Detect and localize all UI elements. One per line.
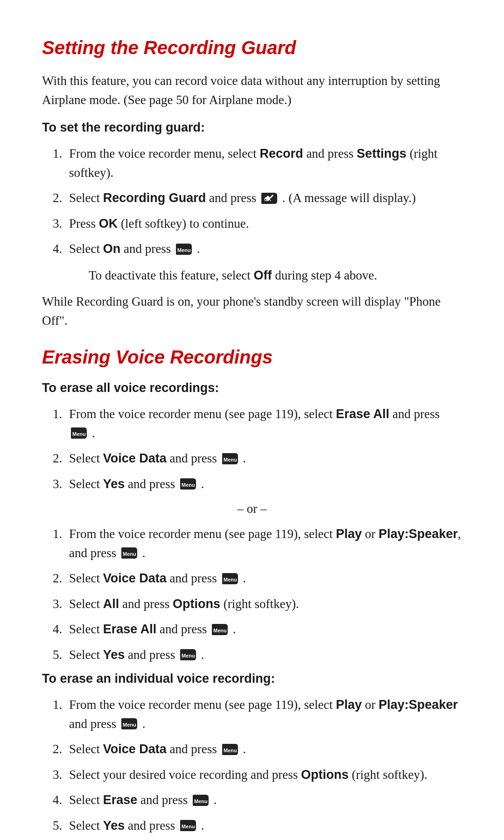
bold-all: All	[103, 597, 119, 611]
list-item: Select On and press Menu .	[65, 239, 462, 259]
list-item: Press OK (left softkey) to continue.	[65, 214, 462, 233]
intro-text: With this feature, you can record voice …	[42, 71, 462, 109]
bold-options-1: Options	[173, 597, 220, 611]
subsection-title-set: To set the recording guard:	[42, 120, 462, 135]
bold-yes-2: Yes	[103, 648, 125, 662]
bold-recording-guard: Recording Guard	[103, 191, 206, 205]
menu-ok-icon-10: Menu	[120, 717, 138, 730]
or-divider: – or –	[42, 502, 462, 516]
svg-text:Menu: Menu	[123, 551, 136, 557]
menu-ok-icon-9: Menu	[179, 648, 197, 661]
list-item: Select Yes and press Menu .	[65, 475, 462, 494]
bold-play-2: Play	[336, 698, 362, 712]
list-item: From the voice recorder menu (see page 1…	[65, 695, 462, 733]
list-item: Select Yes and press Menu .	[65, 645, 462, 665]
bold-yes-1: Yes	[103, 477, 125, 491]
list-item: Select Voice Data and press Menu .	[65, 449, 462, 468]
bold-settings: Settings	[357, 147, 406, 161]
bold-yes-3: Yes	[103, 819, 125, 833]
svg-text:Menu: Menu	[177, 247, 191, 253]
svg-text:OK: OK	[264, 197, 272, 202]
svg-text:Menu: Menu	[182, 653, 195, 658]
svg-text:Menu: Menu	[224, 577, 237, 582]
list-item: From the voice recorder menu (see page 1…	[65, 405, 462, 442]
svg-text:Menu: Menu	[182, 482, 195, 488]
bold-erase-all: Erase All	[336, 407, 390, 421]
menu-ok-icon-7: Menu	[221, 572, 239, 585]
svg-text:Menu: Menu	[213, 628, 227, 633]
bold-voice-data-1: Voice Data	[103, 451, 167, 465]
list-item: Select Yes and press Menu .	[65, 816, 462, 835]
bold-play: Play	[336, 527, 362, 541]
bold-play-speaker: Play:Speaker	[378, 527, 458, 541]
bold-voice-data-2: Voice Data	[103, 571, 167, 585]
erase-all-list-1: From the voice recorder menu (see page 1…	[65, 405, 462, 493]
svg-text:Menu: Menu	[224, 457, 237, 462]
section-title-recording-guard: Setting the Recording Guard	[42, 37, 462, 58]
steps-list-recording: From the voice recorder menu, select Rec…	[65, 144, 462, 259]
bold-record: Record	[260, 147, 303, 161]
menu-ok-icon-3: Menu	[70, 427, 88, 440]
subsection-erase-all: To erase all voice recordings:	[42, 381, 462, 395]
subsection-erase-individual: To erase an individual voice recording:	[42, 672, 462, 686]
list-item: From the voice recorder menu, select Rec…	[65, 144, 462, 182]
bold-on: On	[103, 242, 121, 256]
menu-ok-icon-6: Menu	[120, 546, 138, 560]
list-item: Select Voice Data and press Menu .	[65, 740, 462, 759]
list-item: Select Voice Data and press Menu .	[65, 569, 462, 588]
list-item: Select Erase All and press Menu .	[65, 620, 462, 639]
svg-text:Menu: Menu	[123, 722, 136, 728]
menu-ok-icon-4: Menu	[221, 452, 239, 465]
list-item: Select Recording Guard and press OK . (A…	[65, 189, 462, 208]
list-item: Select your desired voice recording and …	[65, 765, 462, 784]
list-item: Select All and press Options (right soft…	[65, 595, 462, 614]
svg-text:Menu: Menu	[182, 824, 195, 829]
standing-note: While Recording Guard is on, your phone'…	[42, 292, 462, 330]
bold-off: Off	[253, 268, 272, 282]
menu-ok-icon: OK	[260, 192, 278, 205]
menu-ok-icon-13: Menu	[179, 819, 197, 832]
list-item: From the voice recorder menu (see page 1…	[65, 525, 462, 562]
svg-text:Menu: Menu	[72, 431, 86, 437]
list-item: Select Erase and press Menu .	[65, 791, 462, 810]
bold-play-speaker-2: Play:Speaker	[378, 698, 458, 712]
bold-voice-data-3: Voice Data	[103, 742, 167, 756]
bold-erase: Erase	[103, 793, 138, 807]
menu-ok-icon-8: Menu	[211, 623, 229, 636]
menu-ok-icon-5: Menu	[179, 477, 197, 490]
erase-individual-list: From the voice recorder menu (see page 1…	[65, 695, 462, 835]
bold-options-2: Options	[301, 768, 349, 782]
section-title-erasing: Erasing Voice Recordings	[42, 347, 462, 368]
erase-all-list-2: From the voice recorder menu (see page 1…	[65, 525, 462, 664]
menu-ok-icon-12: Menu	[192, 794, 210, 807]
bold-ok: OK	[99, 217, 118, 231]
svg-text:Menu: Menu	[224, 748, 237, 753]
page-container: Setting the Recording Guard With this fe…	[0, 0, 504, 840]
note-deactivate: To deactivate this feature, select Off d…	[89, 266, 462, 285]
svg-text:Menu: Menu	[194, 798, 208, 804]
menu-ok-icon-2: Menu	[175, 243, 193, 256]
menu-ok-icon-11: Menu	[221, 743, 239, 756]
bold-erase-all-2: Erase All	[103, 622, 157, 636]
